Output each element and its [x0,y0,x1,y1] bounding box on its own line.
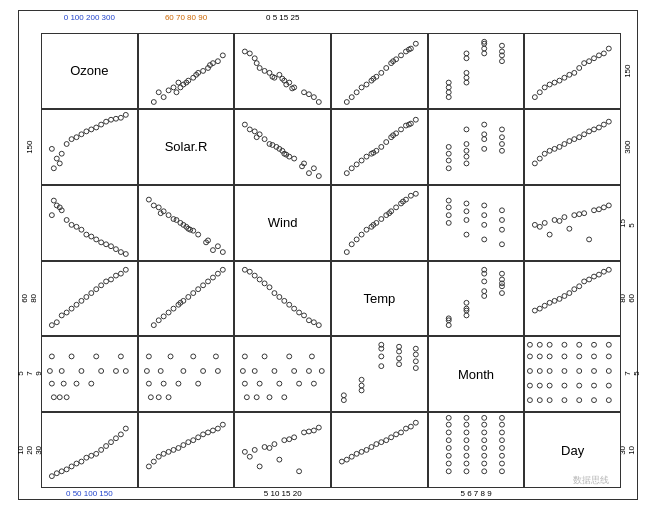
svg-point-74 [499,59,504,64]
svg-point-58 [446,80,451,85]
svg-point-370 [161,382,166,387]
svg-point-311 [287,302,292,307]
svg-point-142 [403,123,408,128]
svg-point-4 [190,75,195,80]
svg-point-147 [446,151,451,156]
svg-point-274 [109,277,114,282]
svg-point-246 [481,222,486,227]
svg-point-28 [248,51,253,56]
svg-point-47 [413,41,418,46]
svg-point-214 [174,217,179,222]
svg-point-77 [552,80,557,85]
svg-point-218 [344,249,349,254]
svg-point-539 [481,461,486,466]
svg-point-160 [499,148,504,153]
svg-point-208 [190,228,195,233]
cell-5-4 [331,336,428,412]
svg-point-464 [94,452,99,457]
svg-point-78 [562,75,567,80]
svg-point-129 [349,166,354,171]
svg-point-354 [74,382,79,387]
svg-point-465 [113,436,118,441]
svg-point-60 [446,90,451,95]
cell-6-3 [234,412,331,488]
svg-point-204 [171,216,176,221]
cell-6-2 [138,412,235,488]
svg-point-374 [158,369,163,374]
svg-point-439 [528,354,533,359]
svg-point-140 [384,139,389,144]
svg-point-399 [287,354,292,359]
svg-point-379 [168,354,173,359]
svg-point-174 [557,144,562,149]
svg-point-161 [446,144,451,149]
svg-point-59 [446,85,451,90]
svg-point-506 [389,435,394,440]
svg-point-251 [499,242,504,247]
svg-point-76 [543,85,548,90]
svg-point-429 [577,383,582,388]
svg-point-278 [74,302,79,307]
svg-point-410 [397,349,402,354]
svg-point-478 [151,459,156,464]
svg-point-157 [499,127,504,132]
svg-point-220 [354,237,359,242]
svg-point-248 [499,208,504,213]
svg-point-347 [567,290,572,295]
svg-point-331 [481,293,486,298]
svg-point-241 [464,208,469,213]
svg-point-191 [51,198,56,203]
svg-point-75 [533,95,538,100]
cell-4-2 [138,261,235,337]
svg-point-392 [253,369,258,374]
svg-point-345 [597,272,602,277]
svg-point-308 [243,267,248,272]
cell-3-2 [138,185,235,261]
svg-point-365 [118,354,123,359]
svg-point-269 [59,312,64,317]
svg-point-537 [481,446,486,451]
svg-point-108 [113,116,118,121]
svg-point-284 [156,317,161,322]
svg-point-533 [481,416,486,421]
svg-point-433 [538,369,543,374]
svg-point-100 [118,115,123,120]
svg-point-126 [255,135,260,140]
svg-point-90 [587,59,592,64]
svg-point-540 [481,469,486,474]
svg-point-171 [602,122,607,127]
svg-point-201 [195,232,200,237]
cell-3-3: Wind [234,185,331,261]
svg-point-125 [270,142,275,147]
svg-point-1 [171,85,176,90]
svg-point-232 [408,193,413,198]
axis-left-2: 150 [20,109,38,185]
svg-point-536 [481,438,486,443]
svg-point-543 [499,430,504,435]
axis-bottom: 0 50 100 150 5 10 15 20 5 6 7 8 9 [41,489,621,498]
svg-point-283 [54,319,59,324]
svg-point-156 [481,122,486,127]
svg-point-473 [185,440,190,445]
svg-point-493 [317,425,322,430]
svg-point-362 [49,354,54,359]
svg-point-280 [94,286,99,291]
svg-point-501 [339,459,344,464]
svg-point-469 [146,464,151,469]
svg-point-352 [49,382,54,387]
svg-point-403 [359,383,364,388]
svg-point-428 [562,383,567,388]
svg-point-377 [215,369,220,374]
svg-point-9 [166,88,171,93]
svg-point-413 [397,362,402,367]
svg-point-268 [49,322,54,327]
svg-point-404 [359,378,364,383]
svg-point-279 [84,294,89,299]
svg-point-467 [84,455,89,460]
svg-point-307 [253,273,258,278]
svg-point-19 [174,90,179,95]
svg-point-395 [307,369,312,374]
svg-point-350 [57,395,62,400]
label-solarr: Solar.R [139,110,234,184]
svg-point-179 [587,129,592,134]
